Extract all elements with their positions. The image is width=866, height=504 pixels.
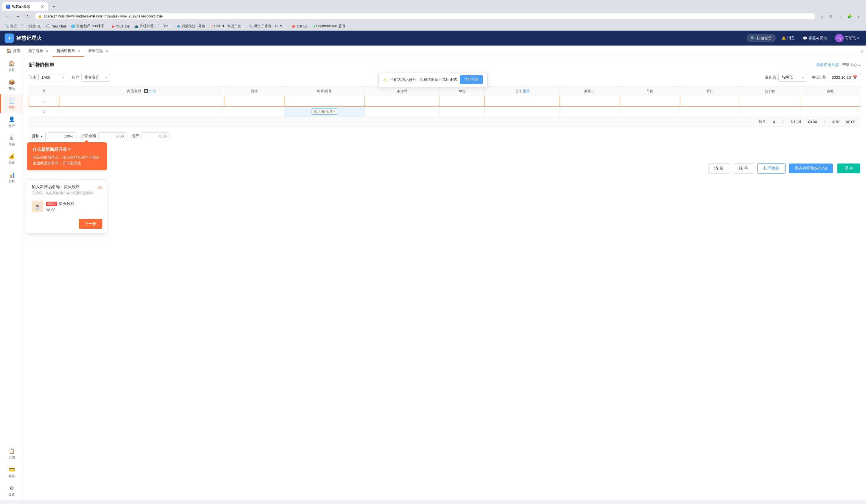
help-btn[interactable]: 帮助中心 « [842,63,860,68]
chevron-left-icon: « [858,63,860,67]
sidebar-item-home[interactable]: 🏠 首页 [0,57,23,76]
scan-pay-btn[interactable]: 扫码收款 [757,163,786,173]
next-step-btn[interactable]: 下一步 [79,219,102,229]
th-discount: 折扣 [680,87,740,96]
bookmark-btn[interactable]: ☆ [818,12,826,20]
warning-icon: ⚠ [383,77,387,82]
clear-btn[interactable]: 清 空 [708,163,729,173]
forward-btn[interactable]: → [14,12,22,20]
row-amount-2[interactable] [800,107,860,117]
back-btn[interactable]: ← [3,12,11,20]
staff-select[interactable]: 马荣飞 ▾ [778,73,807,82]
tab-add-product-close[interactable]: ✕ [106,49,108,53]
save-new-btn[interactable]: 保存并新增(Alt+S) [789,164,833,173]
bookmark-baidu[interactable]: 🔍 百度一下，你就知道 [2,23,43,29]
row-discount-2[interactable] [680,107,740,117]
sidebar-item-settings[interactable]: ⚙ 设置 [0,482,23,500]
settings-icon: ⚙ [42,89,45,93]
tab-add-product[interactable]: 新增商品 ✕ [84,46,112,57]
row-code-2[interactable] [284,107,365,117]
tab-close-btn[interactable]: ✕ [41,4,44,9]
row-discounted-price-1[interactable] [740,96,800,107]
sidebar-item-products[interactable]: 📦 商品 [0,76,23,94]
bookmark-bilibili[interactable]: 📺 哔哩哔哩 (゜-゜)つ... [132,23,173,29]
code-input[interactable] [312,109,337,114]
row-barcode-2[interactable] [365,107,440,117]
row-code-1[interactable] [284,96,365,107]
row-name-2[interactable] [59,107,224,117]
sidebar-item-finance[interactable]: 💰 资金 [0,150,23,168]
tab-home[interactable]: 🏠 首页 [2,46,24,57]
register-now-btn[interactable]: 立即注册 [460,75,483,84]
row-quantity-2[interactable] [560,107,620,117]
history-link[interactable]: 查看历史单据 [817,63,839,68]
bookmark-tapd[interactable]: 🔧 我的工作台 - TAPD... [247,23,289,29]
browser-tab-active[interactable]: 智 智慧记·星火 ✕ [2,2,48,11]
guide-step: 输入新商品名称：星火饮料 [32,184,80,190]
bookmark-label: 哔哩哔哩 (゜-゜)つ... [140,24,171,29]
quick-price-btn[interactable]: 🔍 快速查价 [746,34,776,42]
sidebar-item-cashier[interactable]: 💳 收银 [0,463,23,482]
bookmark-sf[interactable]: S SegmentFault 思否 [310,23,348,29]
bookmark-douyu[interactable]: 🐟 我的关注 - 斗鱼 [174,23,208,29]
service-btn[interactable]: 💬 客服与反馈 [800,34,829,42]
batch-btn[interactable]: 批量 [523,89,530,94]
date-input[interactable]: 2023-10-10 📅 [829,74,861,81]
message-btn[interactable]: 🔔 消息 [779,34,797,42]
row-name-1[interactable] [59,96,224,107]
row-discount-1[interactable] [680,96,740,107]
row-barcode-1[interactable] [365,96,440,107]
bookmark-fanyi[interactable]: 🌐 百度翻译-200种语... [69,23,109,29]
bookmark-github[interactable]: 🐙 GitHub [289,24,310,29]
discounted-amount-input[interactable] [98,132,127,140]
expand-btn[interactable]: ⤢ [860,49,864,54]
row-warehouse-2[interactable] [485,107,560,117]
row-warehouse-1[interactable] [485,96,560,107]
row-unit-2[interactable] [440,107,485,117]
th-settings[interactable]: ⚙ [29,87,59,96]
reload-btn[interactable]: ↻ [24,12,32,20]
sidebar-item-sales[interactable]: 🧾 销售 [0,94,23,113]
bookmark-newchat[interactable]: 💬 New chat [44,24,68,29]
sidebar-item-inventory[interactable]: 🗄 库存 [0,132,23,150]
discount-select[interactable]: 折扣 ▾ [29,132,45,140]
scan-btn[interactable]: 🔲 扫码 [144,89,156,93]
row-amount-1[interactable] [800,96,860,107]
footer-amount-label: 金额 [832,119,839,124]
quantity-help-icon[interactable]: ⓘ [592,89,595,93]
th-quantity-label: 数量 [584,89,591,93]
bookmark-csdn[interactable]: C CSDN - 专业开发... [208,23,246,29]
sidebar-item-analysis[interactable]: 📊 分析 [0,168,23,187]
row-quantity-1[interactable] [560,96,620,107]
customer-select[interactable]: 零售客户 ▾ [81,73,110,82]
discount-value-input[interactable] [48,132,76,140]
menu-btn[interactable]: ⋮ [855,12,863,20]
tab-guide[interactable]: 新手引导 ✕ [24,46,52,57]
th-price: 单价 [620,87,680,96]
shipping-input[interactable] [141,132,170,140]
row-spec-2[interactable] [224,107,285,117]
row-spec-1[interactable] [224,96,285,107]
user-menu[interactable]: 马 马荣飞 ▾ [833,33,862,44]
sidebar-item-orders[interactable]: 📋 订阅 [0,445,23,463]
tab-add-sale-close[interactable]: ✕ [77,49,80,53]
download-btn[interactable]: ⬇ [827,12,835,20]
save-btn[interactable]: 保 存 [837,164,860,173]
sidebar-item-customers[interactable]: 👤 客户 [0,113,23,132]
address-bar[interactable]: 🔒 space.zhihuiji.cn/#/bill/add-sale?isTa… [34,13,815,20]
th-warehouse: 仓库 批量 [485,87,560,96]
row-discounted-price-2[interactable] [740,107,800,117]
new-tab-btn[interactable]: + [50,3,58,11]
row-unit-1[interactable] [440,96,485,107]
row-price-2[interactable] [620,107,680,117]
store-select[interactable]: 1A05 ▾ [38,74,67,81]
bookmark-youtube[interactable]: ▶ YouTube [110,24,131,29]
product-name: 星火饮料 [59,201,75,206]
tab-add-sale[interactable]: 新增销售单 ✕ [52,46,84,57]
tab-guide-close[interactable]: ✕ [45,49,48,53]
row-price-1[interactable] [620,96,680,107]
staff-label: 业务员 [765,75,776,80]
hold-btn[interactable]: 挂 单 [733,163,754,173]
share-btn[interactable]: ↑ [836,12,844,20]
extension-btn[interactable]: 🧩 [845,12,853,20]
